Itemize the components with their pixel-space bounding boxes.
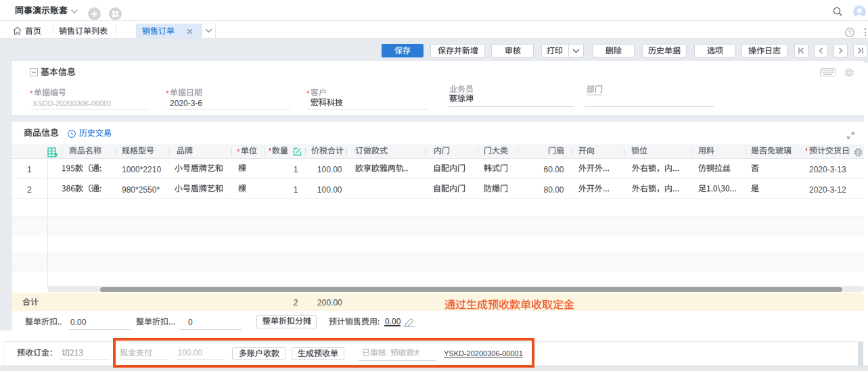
svg-text:?: ?: [848, 29, 851, 36]
